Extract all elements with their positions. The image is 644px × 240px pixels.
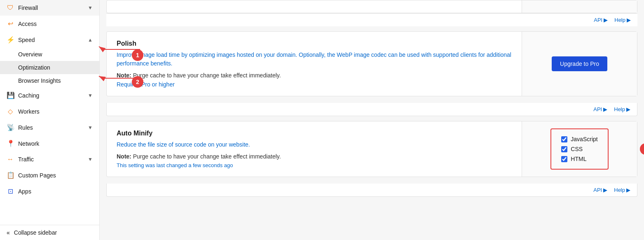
sidebar-item-label: Network xyxy=(18,140,93,147)
minify-js-item[interactable]: JavaScript xyxy=(561,136,597,142)
sidebar-sub-item-overview[interactable]: Overview xyxy=(0,48,99,61)
sidebar-item-firewall[interactable]: 🛡 Firewall ▼ xyxy=(0,0,99,16)
collapse-sidebar-button[interactable]: « Collapse sidebar xyxy=(0,225,99,240)
chevron-down-icon: ▼ xyxy=(88,125,93,130)
workers-icon: ◇ xyxy=(7,107,14,115)
minify-checkboxes-box: JavaScript CSS HTML xyxy=(550,128,608,170)
help-arrow-icon: ▶ xyxy=(626,187,630,193)
minify-html-item[interactable]: HTML xyxy=(561,156,597,162)
sidebar-item-label: Workers xyxy=(18,108,93,115)
top-card-help-link[interactable]: Help ▶ xyxy=(614,17,631,23)
sidebar-item-label: Caching xyxy=(18,92,84,99)
sidebar-item-label: Custom Pages xyxy=(18,172,93,179)
chevron-up-icon: ▲ xyxy=(88,37,93,43)
annotation-1: 1 xyxy=(132,49,143,61)
chevron-down-icon: ▼ xyxy=(88,156,93,162)
minify-css-checkbox[interactable] xyxy=(561,146,567,152)
polish-help-link[interactable]: Help ▶ xyxy=(614,106,630,112)
apps-icon: ⊡ xyxy=(7,187,14,195)
sidebar-item-label: Rules xyxy=(18,124,84,131)
sidebar-sub-item-label: Browser Insights xyxy=(18,77,61,84)
minify-js-label: JavaScript xyxy=(571,136,597,142)
minify-html-label: HTML xyxy=(571,156,586,162)
polish-note: Note: Purge cache to have your change ta… xyxy=(117,72,512,79)
collapse-sidebar-label: Collapse sidebar xyxy=(14,229,57,236)
sidebar-item-label: Access xyxy=(18,21,93,27)
polish-card: Polish Improve image load time by optimi… xyxy=(106,31,637,96)
polish-note-prefix: Note: xyxy=(117,72,131,79)
sidebar-item-traffic[interactable]: ↔ Traffic ▼ xyxy=(0,151,99,167)
minify-html-checkbox[interactable] xyxy=(561,156,567,162)
access-icon: ↩ xyxy=(7,20,14,28)
auto-minify-description: Reduce the file size of source code on y… xyxy=(117,140,512,149)
polish-requires-text: Requires Pro or higher xyxy=(117,81,512,88)
api-arrow-icon: ▶ xyxy=(604,17,608,23)
polish-card-footer: API ▶ Help ▶ xyxy=(106,103,637,116)
sidebar-item-label: Traffic xyxy=(18,156,84,163)
polish-api-link[interactable]: API ▶ xyxy=(593,106,607,112)
auto-minify-note-text: Purge cache to have your change take eff… xyxy=(133,153,281,160)
top-card-api-link[interactable]: API ▶ xyxy=(594,17,608,23)
sidebar-sub-item-optimization[interactable]: Optimization xyxy=(0,61,99,74)
api-label: API xyxy=(594,17,602,23)
auto-minify-card-action: JavaScript CSS HTML xyxy=(522,121,637,177)
polish-card-body: Polish Improve image load time by optimi… xyxy=(107,32,522,96)
sidebar-item-network[interactable]: 📍 Network xyxy=(0,135,99,151)
upgrade-to-pro-button[interactable]: Upgrade to Pro xyxy=(552,56,607,71)
api-arrow-icon: ▶ xyxy=(603,187,607,193)
speed-icon: ⚡ xyxy=(7,36,14,44)
annotation-2: 2 xyxy=(132,76,143,88)
sidebar-item-rules[interactable]: 📡 Rules ▼ xyxy=(0,119,99,135)
auto-minify-card-footer: API ▶ Help ▶ xyxy=(106,184,637,197)
sidebar-item-label: Firewall xyxy=(18,5,84,11)
annotation-3: 3 xyxy=(640,143,644,155)
sidebar-item-access[interactable]: ↩ Access xyxy=(0,16,99,32)
custom-pages-icon: 📋 xyxy=(7,171,14,179)
minify-js-checkbox[interactable] xyxy=(561,136,567,142)
auto-minify-card: Auto Minify Reduce the file size of sour… xyxy=(106,121,637,177)
sidebar-item-apps[interactable]: ⊡ Apps xyxy=(0,183,99,199)
chevron-down-icon: ▼ xyxy=(88,93,93,98)
network-icon: 📍 xyxy=(7,140,14,147)
minify-css-item[interactable]: CSS xyxy=(561,146,597,152)
chevron-down-icon: ▼ xyxy=(88,5,93,11)
sidebar-item-label: Apps xyxy=(18,188,93,195)
polish-card-action: Upgrade to Pro xyxy=(522,32,637,96)
auto-minify-note: Note: Purge cache to have your change ta… xyxy=(117,153,512,160)
main-content: API ▶ Help ▶ Polish Improve image load t… xyxy=(100,0,644,240)
auto-minify-last-changed: This setting was last changed a few seco… xyxy=(117,162,512,168)
sidebar-sub-item-label: Overview xyxy=(18,51,42,58)
top-card-body xyxy=(107,0,522,13)
rules-icon: 📡 xyxy=(7,123,14,131)
caching-icon: 💾 xyxy=(7,91,14,99)
top-card-partial xyxy=(106,0,637,13)
firewall-icon: 🛡 xyxy=(7,4,14,12)
api-label: API xyxy=(593,106,602,112)
polish-description: Improve image load time by optimizing im… xyxy=(117,51,512,68)
polish-title: Polish xyxy=(117,40,512,47)
sidebar-item-speed[interactable]: ⚡ Speed ▲ xyxy=(0,32,99,48)
help-label: Help xyxy=(614,17,625,23)
sidebar-item-custom-pages[interactable]: 📋 Custom Pages xyxy=(0,167,99,183)
auto-minify-note-prefix: Note: xyxy=(117,153,131,160)
traffic-icon: ↔ xyxy=(7,156,14,163)
sidebar-item-caching[interactable]: 💾 Caching ▼ xyxy=(0,87,99,103)
polish-note-text: Purge cache to have your change take eff… xyxy=(133,72,281,79)
help-label: Help xyxy=(614,106,625,112)
top-card-footer: API ▶ Help ▶ xyxy=(106,13,637,26)
auto-minify-help-link[interactable]: Help ▶ xyxy=(614,187,630,193)
sidebar-sub-item-label: Optimization xyxy=(18,64,50,71)
sidebar-item-label: Speed xyxy=(18,37,84,43)
auto-minify-card-body: Auto Minify Reduce the file size of sour… xyxy=(107,121,522,177)
collapse-icon: « xyxy=(7,229,10,236)
auto-minify-title: Auto Minify xyxy=(117,130,512,137)
sidebar: 🛡 Firewall ▼ ↩ Access ⚡ Speed ▲ Overview… xyxy=(0,0,100,240)
api-arrow-icon: ▶ xyxy=(603,106,607,112)
top-card-action-partial xyxy=(522,0,637,13)
sidebar-item-workers[interactable]: ◇ Workers xyxy=(0,103,99,119)
auto-minify-api-link[interactable]: API ▶ xyxy=(593,187,607,193)
help-label: Help xyxy=(614,187,625,193)
minify-css-label: CSS xyxy=(571,146,583,152)
sidebar-sub-item-browser-insights[interactable]: Browser Insights xyxy=(0,74,99,87)
help-arrow-icon: ▶ xyxy=(627,17,631,23)
